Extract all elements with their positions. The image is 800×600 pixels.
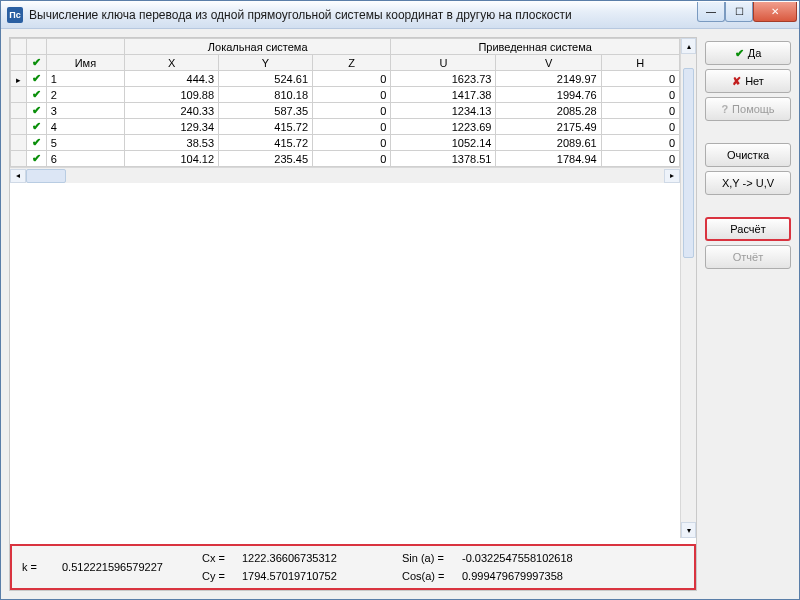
col-y[interactable]: Y bbox=[219, 55, 313, 71]
header-target-system: Приведенная система bbox=[391, 39, 680, 55]
cross-icon: ✘ bbox=[732, 75, 741, 88]
row-indicator bbox=[11, 151, 27, 167]
calc-button[interactable]: Расчёт bbox=[705, 217, 791, 241]
cell-u[interactable]: 1052.14 bbox=[391, 135, 496, 151]
cell-x[interactable]: 240.33 bbox=[125, 103, 219, 119]
cell-h[interactable]: 0 bbox=[601, 119, 679, 135]
row-check[interactable]: ✔ bbox=[26, 87, 46, 103]
col-x[interactable]: X bbox=[125, 55, 219, 71]
k-value: 0.512221596579227 bbox=[62, 561, 202, 573]
scroll-up-button[interactable]: ▴ bbox=[681, 38, 696, 54]
scroll-left-button[interactable]: ◂ bbox=[10, 169, 26, 183]
sin-label: Sin (a) = bbox=[402, 552, 462, 564]
table-row[interactable]: ✔4129.34415.7201223.692175.490 bbox=[11, 119, 680, 135]
cell-z[interactable]: 0 bbox=[313, 151, 391, 167]
cell-z[interactable]: 0 bbox=[313, 87, 391, 103]
row-check[interactable]: ✔ bbox=[26, 135, 46, 151]
cell-u[interactable]: 1234.13 bbox=[391, 103, 496, 119]
cell-name[interactable]: 4 bbox=[46, 119, 124, 135]
cell-u[interactable]: 1378.51 bbox=[391, 151, 496, 167]
yes-button[interactable]: ✔ Да bbox=[705, 41, 791, 65]
scroll-right-button[interactable]: ▸ bbox=[664, 169, 680, 183]
window-controls: — ☐ ✕ bbox=[697, 2, 797, 22]
cell-u[interactable]: 1223.69 bbox=[391, 119, 496, 135]
report-label: Отчёт bbox=[733, 251, 763, 263]
convert-button[interactable]: X,Y -> U,V bbox=[705, 171, 791, 195]
data-grid[interactable]: Локальная система Приведенная система ✔ … bbox=[10, 38, 696, 538]
row-check[interactable]: ✔ bbox=[26, 71, 46, 87]
convert-label: X,Y -> U,V bbox=[722, 177, 774, 189]
k-label: k = bbox=[22, 561, 62, 573]
horizontal-scrollbar[interactable]: ◂ ▸ bbox=[10, 167, 680, 183]
cell-name[interactable]: 2 bbox=[46, 87, 124, 103]
cell-h[interactable]: 0 bbox=[601, 135, 679, 151]
cell-y[interactable]: 587.35 bbox=[219, 103, 313, 119]
maximize-button[interactable]: ☐ bbox=[725, 2, 753, 22]
vertical-scrollbar[interactable]: ▴ ▾ bbox=[680, 38, 696, 538]
cell-z[interactable]: 0 bbox=[313, 103, 391, 119]
cell-y[interactable]: 235.45 bbox=[219, 151, 313, 167]
table-row[interactable]: ✔3240.33587.3501234.132085.280 bbox=[11, 103, 680, 119]
cell-v[interactable]: 2089.61 bbox=[496, 135, 601, 151]
cx-value: 1222.36606735312 bbox=[242, 552, 402, 564]
cell-x[interactable]: 444.3 bbox=[125, 71, 219, 87]
cell-v[interactable]: 1784.94 bbox=[496, 151, 601, 167]
cy-label: Cy = bbox=[202, 570, 242, 582]
cell-x[interactable]: 38.53 bbox=[125, 135, 219, 151]
cell-z[interactable]: 0 bbox=[313, 119, 391, 135]
clear-label: Очистка bbox=[727, 149, 769, 161]
cell-name[interactable]: 5 bbox=[46, 135, 124, 151]
table-row[interactable]: ✔6104.12235.4501378.511784.940 bbox=[11, 151, 680, 167]
col-z[interactable]: Z bbox=[313, 55, 391, 71]
table-row[interactable]: ▸✔1444.3524.6101623.732149.970 bbox=[11, 71, 680, 87]
cell-h[interactable]: 0 bbox=[601, 71, 679, 87]
app-window: Пс Вычисление ключа перевода из одной пр… bbox=[0, 0, 800, 600]
scroll-down-button[interactable]: ▾ bbox=[681, 522, 696, 538]
cell-x[interactable]: 129.34 bbox=[125, 119, 219, 135]
cell-h[interactable]: 0 bbox=[601, 103, 679, 119]
help-button[interactable]: ? Помощь bbox=[705, 97, 791, 121]
row-indicator bbox=[11, 135, 27, 151]
col-name[interactable]: Имя bbox=[46, 55, 124, 71]
no-label: Нет bbox=[745, 75, 764, 87]
cell-name[interactable]: 3 bbox=[46, 103, 124, 119]
cell-x[interactable]: 104.12 bbox=[125, 151, 219, 167]
titlebar: Пс Вычисление ключа перевода из одной пр… bbox=[1, 1, 799, 29]
cell-y[interactable]: 415.72 bbox=[219, 135, 313, 151]
button-panel: ✔ Да ✘ Нет ? Помощь Очистка X,Y -> U,V bbox=[705, 37, 791, 591]
cell-v[interactable]: 2175.49 bbox=[496, 119, 601, 135]
report-button[interactable]: Отчёт bbox=[705, 245, 791, 269]
cell-u[interactable]: 1623.73 bbox=[391, 71, 496, 87]
col-u[interactable]: U bbox=[391, 55, 496, 71]
clear-button[interactable]: Очистка bbox=[705, 143, 791, 167]
row-indicator bbox=[11, 119, 27, 135]
cell-h[interactable]: 0 bbox=[601, 87, 679, 103]
cell-name[interactable]: 6 bbox=[46, 151, 124, 167]
row-check[interactable]: ✔ bbox=[26, 151, 46, 167]
cell-name[interactable]: 1 bbox=[46, 71, 124, 87]
no-button[interactable]: ✘ Нет bbox=[705, 69, 791, 93]
cell-y[interactable]: 524.61 bbox=[219, 71, 313, 87]
cell-v[interactable]: 2085.28 bbox=[496, 103, 601, 119]
table-row[interactable]: ✔2109.88810.1801417.381994.760 bbox=[11, 87, 680, 103]
cell-z[interactable]: 0 bbox=[313, 135, 391, 151]
table-row[interactable]: ✔538.53415.7201052.142089.610 bbox=[11, 135, 680, 151]
calc-label: Расчёт bbox=[730, 223, 765, 235]
cell-y[interactable]: 415.72 bbox=[219, 119, 313, 135]
row-check[interactable]: ✔ bbox=[26, 103, 46, 119]
cell-x[interactable]: 109.88 bbox=[125, 87, 219, 103]
cy-value: 1794.57019710752 bbox=[242, 570, 402, 582]
cell-y[interactable]: 810.18 bbox=[219, 87, 313, 103]
col-v[interactable]: V bbox=[496, 55, 601, 71]
minimize-button[interactable]: — bbox=[697, 2, 725, 22]
cell-u[interactable]: 1417.38 bbox=[391, 87, 496, 103]
close-button[interactable]: ✕ bbox=[753, 2, 797, 22]
col-check[interactable]: ✔ bbox=[26, 55, 46, 71]
cell-h[interactable]: 0 bbox=[601, 151, 679, 167]
cell-v[interactable]: 2149.97 bbox=[496, 71, 601, 87]
cell-v[interactable]: 1994.76 bbox=[496, 87, 601, 103]
cell-z[interactable]: 0 bbox=[313, 71, 391, 87]
row-check[interactable]: ✔ bbox=[26, 119, 46, 135]
col-h[interactable]: H bbox=[601, 55, 679, 71]
header-local-system: Локальная система bbox=[125, 39, 391, 55]
